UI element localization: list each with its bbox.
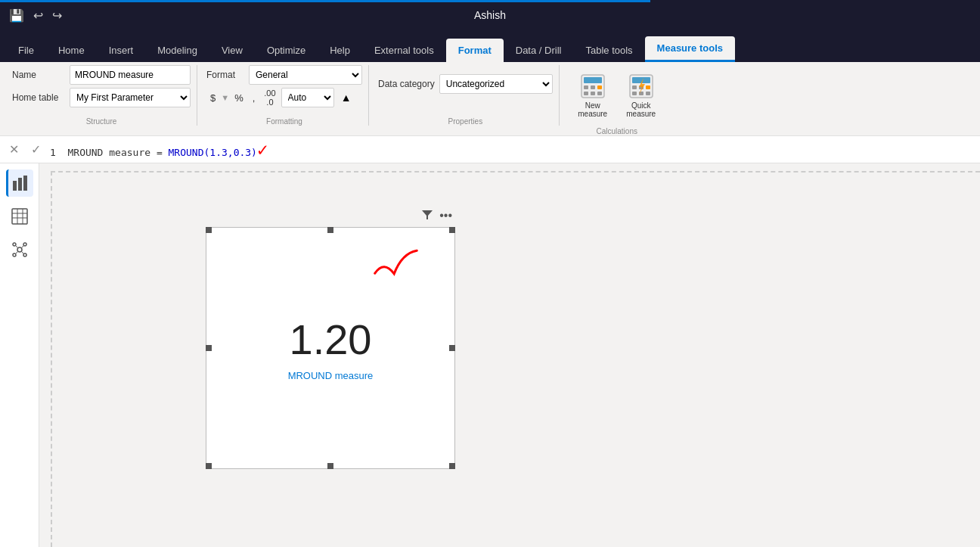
ribbon-group-structure: Name Home table My First Parameter Struc… [6,65,197,126]
cancel-formula-btn[interactable]: ✕ [6,141,22,158]
formatting-group-label: Formatting [206,114,362,126]
svg-rect-19 [23,176,27,191]
svg-line-33 [21,251,23,253]
more-options-icon[interactable]: ••• [439,209,452,224]
svg-rect-10 [632,85,637,89]
svg-point-26 [13,243,16,246]
svg-rect-18 [18,178,22,191]
formula-content[interactable]: 1 MROUND measure = MROUND(1.3,0.3)✓ [50,139,974,160]
comma-btn[interactable]: , [249,88,259,107]
quick-measure-label: Quickmeasure [626,101,656,118]
percent-btn[interactable]: % [231,88,247,107]
handle-middle-right[interactable] [449,345,455,351]
ribbon-toolbar: Name Home table My First Parameter Struc… [0,62,980,136]
svg-rect-3 [591,85,595,89]
name-input[interactable] [70,65,191,85]
tab-data-drill[interactable]: Data / Drill [504,39,574,62]
handle-middle-left[interactable] [206,345,212,351]
home-table-select[interactable]: My First Parameter [70,88,191,107]
main-content: ••• 1.20 MROUND measure [0,163,980,547]
svg-rect-6 [591,92,595,95]
dashed-border [51,171,980,547]
tab-external-tools[interactable]: External tools [362,39,446,62]
quick-measure-icon [626,71,656,101]
tab-format[interactable]: Format [446,39,504,62]
new-measure-icon [578,71,608,101]
svg-point-29 [23,253,26,256]
stepper-up[interactable]: ▲ [336,88,357,107]
handle-bottom-center[interactable] [327,463,333,469]
tab-measure-tools[interactable]: Measure tools [645,36,735,62]
svg-marker-34 [422,210,433,219]
svg-rect-9 [632,77,650,83]
tab-modeling[interactable]: Modeling [145,39,209,62]
ribbon-tabs-container: File Home Insert Modeling View Optimize … [0,30,980,62]
currency-btn[interactable]: $ [206,88,219,107]
incdec-btn[interactable]: .00.0 [260,88,279,107]
confirm-formula-btn[interactable]: ✓ [28,141,44,158]
tab-optimize[interactable]: Optimize [255,39,318,62]
filter-icon[interactable] [421,209,433,224]
undo-icon[interactable]: ↩ [33,8,43,23]
calculations-group-label: Calculations [569,124,665,135]
tab-view[interactable]: View [209,39,255,62]
svg-rect-20 [12,209,27,224]
app-user: Ashish [474,9,506,21]
svg-rect-13 [632,92,637,95]
tab-help[interactable]: Help [318,39,362,62]
svg-line-32 [16,251,18,253]
format-label: Format [206,70,244,80]
handle-top-center[interactable] [327,227,333,233]
ribbon-group-properties: Data category Uncategorized Properties [372,65,560,126]
home-table-label: Home table [12,92,65,103]
name-label: Name [12,70,65,80]
handle-bottom-right[interactable] [449,463,455,469]
structure-group-label: Structure [12,114,191,126]
format-symbols: $ ▼ % , .00.0 Auto ▲ [206,88,357,107]
quick-measure-btn[interactable]: Quickmeasure [623,68,659,121]
title-bar: 💾 ↩ ↪ Ashish [0,0,980,30]
left-sidebar [0,163,39,547]
svg-point-27 [23,243,26,246]
tab-home[interactable]: Home [46,39,97,62]
canvas-area: ••• 1.20 MROUND measure [39,163,980,547]
format-select[interactable]: General Whole Number Decimal Number Curr… [249,65,362,85]
data-category-select[interactable]: Uncategorized [439,74,553,94]
properties-group-label: Properties [378,114,553,126]
handle-top-left[interactable] [206,227,212,233]
new-measure-btn[interactable]: Newmeasure [575,68,611,121]
formula-bar: ✕ ✓ 1 MROUND measure = MROUND(1.3,0.3)✓ [0,136,980,163]
card-container: ••• 1.20 MROUND measure [206,209,455,469]
svg-rect-7 [597,92,602,95]
auto-select[interactable]: Auto [281,88,334,107]
redo-icon[interactable]: ↪ [52,8,62,23]
svg-rect-2 [584,85,588,89]
card-label: MROUND measure [288,370,374,381]
card-toolbar: ••• [206,209,455,224]
tab-file[interactable]: File [6,39,46,62]
svg-rect-15 [646,92,650,95]
svg-point-28 [13,253,16,256]
data-category-label: Data category [378,79,435,89]
red-checkmark-annotation [368,246,427,299]
sidebar-icon-table[interactable] [6,203,33,230]
sidebar-icon-chart[interactable] [6,169,33,197]
save-icon[interactable]: 💾 [9,8,24,23]
svg-line-31 [21,246,23,248]
card-visual[interactable]: 1.20 MROUND measure [206,227,455,469]
handle-top-right[interactable] [449,227,455,233]
ribbon-group-calculations: Newmeasure [563,65,671,135]
tab-insert[interactable]: Insert [97,39,146,62]
handle-bottom-left[interactable] [206,463,212,469]
sidebar-icon-model[interactable] [6,236,33,263]
svg-line-30 [16,246,18,248]
tab-table-tools[interactable]: Table tools [573,39,644,62]
new-measure-label: Newmeasure [578,101,607,118]
svg-rect-17 [13,181,17,191]
svg-rect-12 [646,85,650,89]
svg-rect-14 [639,92,644,95]
ribbon-group-formatting: Format General Whole Number Decimal Numb… [200,65,369,126]
card-value: 1.20 [290,315,372,364]
svg-rect-4 [597,85,602,89]
svg-rect-5 [584,92,588,95]
